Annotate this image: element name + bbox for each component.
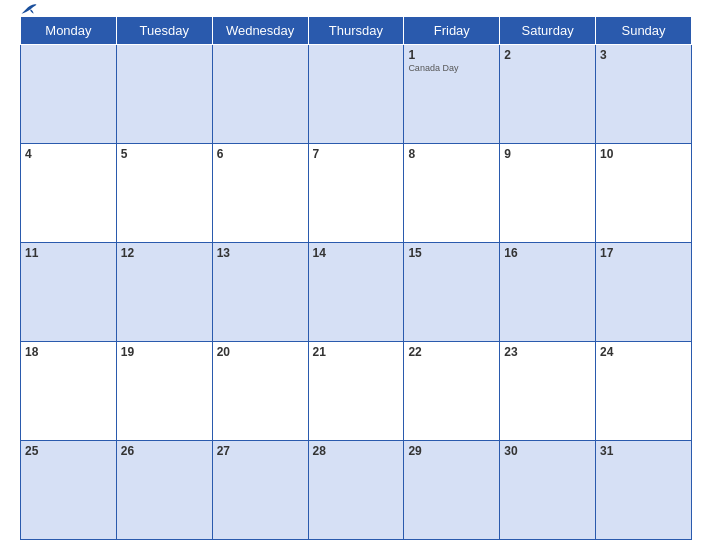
day-number: 4 [25, 147, 112, 161]
calendar-cell: 6 [212, 144, 308, 243]
day-number: 7 [313, 147, 400, 161]
calendar-cell: 31 [596, 441, 692, 540]
day-number: 13 [217, 246, 304, 260]
day-number: 29 [408, 444, 495, 458]
day-number: 21 [313, 345, 400, 359]
day-header-wednesday: Wednesday [212, 17, 308, 45]
day-header-thursday: Thursday [308, 17, 404, 45]
day-number: 23 [504, 345, 591, 359]
calendar-cell: 21 [308, 342, 404, 441]
calendar-cell [308, 45, 404, 144]
day-number: 15 [408, 246, 495, 260]
calendar-cell: 26 [116, 441, 212, 540]
calendar-cell: 22 [404, 342, 500, 441]
day-number: 3 [600, 48, 687, 62]
week-row-1: 1Canada Day23 [21, 45, 692, 144]
calendar-cell [212, 45, 308, 144]
calendar-cell: 9 [500, 144, 596, 243]
day-number: 8 [408, 147, 495, 161]
day-header-sunday: Sunday [596, 17, 692, 45]
day-number: 19 [121, 345, 208, 359]
calendar-cell: 1Canada Day [404, 45, 500, 144]
calendar-cell: 19 [116, 342, 212, 441]
calendar-cell: 10 [596, 144, 692, 243]
calendar-cell [116, 45, 212, 144]
logo-bird-icon [20, 3, 38, 17]
week-row-5: 25262728293031 [21, 441, 692, 540]
day-number: 2 [504, 48, 591, 62]
calendar-cell: 7 [308, 144, 404, 243]
day-number: 31 [600, 444, 687, 458]
day-number: 25 [25, 444, 112, 458]
day-number: 11 [25, 246, 112, 260]
calendar-cell [21, 45, 117, 144]
day-number: 27 [217, 444, 304, 458]
day-number: 12 [121, 246, 208, 260]
day-header-monday: Monday [21, 17, 117, 45]
week-row-4: 18192021222324 [21, 342, 692, 441]
day-number: 18 [25, 345, 112, 359]
day-number: 10 [600, 147, 687, 161]
days-header-row: MondayTuesdayWednesdayThursdayFridaySatu… [21, 17, 692, 45]
calendar-cell: 30 [500, 441, 596, 540]
calendar-cell: 4 [21, 144, 117, 243]
day-header-tuesday: Tuesday [116, 17, 212, 45]
calendar-cell: 25 [21, 441, 117, 540]
day-header-friday: Friday [404, 17, 500, 45]
day-number: 1 [408, 48, 495, 62]
holiday-label: Canada Day [408, 63, 495, 73]
calendar-cell: 17 [596, 243, 692, 342]
calendar-cell: 27 [212, 441, 308, 540]
calendar-cell: 29 [404, 441, 500, 540]
day-number: 5 [121, 147, 208, 161]
calendar-cell: 2 [500, 45, 596, 144]
logo [20, 3, 40, 17]
calendar-table: MondayTuesdayWednesdayThursdayFridaySatu… [20, 16, 692, 540]
day-number: 26 [121, 444, 208, 458]
day-number: 9 [504, 147, 591, 161]
day-number: 17 [600, 246, 687, 260]
day-number: 14 [313, 246, 400, 260]
calendar-cell: 13 [212, 243, 308, 342]
day-number: 30 [504, 444, 591, 458]
calendar-cell: 14 [308, 243, 404, 342]
calendar-cell: 24 [596, 342, 692, 441]
day-number: 16 [504, 246, 591, 260]
calendar-cell: 23 [500, 342, 596, 441]
calendar-cell: 5 [116, 144, 212, 243]
day-number: 20 [217, 345, 304, 359]
week-row-3: 11121314151617 [21, 243, 692, 342]
calendar-cell: 18 [21, 342, 117, 441]
week-row-2: 45678910 [21, 144, 692, 243]
day-number: 28 [313, 444, 400, 458]
calendar-cell: 8 [404, 144, 500, 243]
logo-blue-text [20, 3, 40, 17]
calendar-cell: 3 [596, 45, 692, 144]
calendar-cell: 15 [404, 243, 500, 342]
day-header-saturday: Saturday [500, 17, 596, 45]
calendar-cell: 28 [308, 441, 404, 540]
calendar-cell: 11 [21, 243, 117, 342]
calendar-cell: 20 [212, 342, 308, 441]
calendar-cell: 12 [116, 243, 212, 342]
day-number: 22 [408, 345, 495, 359]
day-number: 6 [217, 147, 304, 161]
calendar-cell: 16 [500, 243, 596, 342]
day-number: 24 [600, 345, 687, 359]
